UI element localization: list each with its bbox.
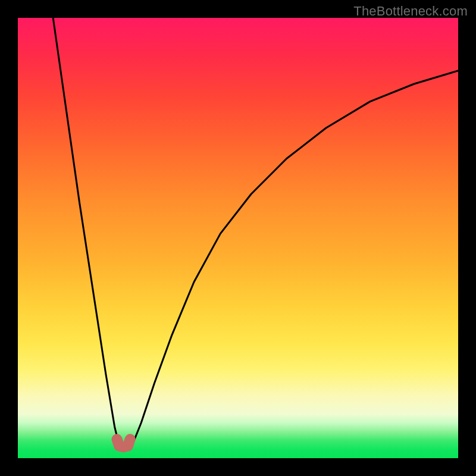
series-dip-marker — [117, 439, 130, 447]
chart-frame: TheBottleneck.com — [0, 0, 476, 476]
series-left-branch — [53, 18, 119, 445]
series-right-branch — [132, 71, 458, 445]
watermark-text: TheBottleneck.com — [353, 4, 468, 19]
plot-area — [18, 18, 458, 458]
curve-layer — [53, 18, 458, 447]
chart-svg — [18, 18, 458, 458]
